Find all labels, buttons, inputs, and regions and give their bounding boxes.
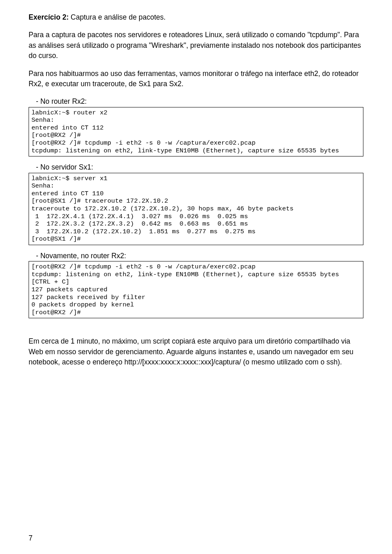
label-router-rx2: - No router Rx2:: [36, 96, 363, 107]
document-page: Exercício 2: Captura e análise de pacote…: [0, 0, 392, 554]
label-router-rx2-again: - Novamente, no router Rx2:: [36, 251, 363, 261]
spacer: [29, 324, 363, 336]
code-block-1: labnicX:~$ router x2 Senha: entered into…: [29, 107, 363, 157]
title-rest: Captura e análise de pacotes.: [69, 13, 165, 21]
title-bold: Exercício 2:: [29, 13, 69, 21]
paragraph-1: Para a captura de pacotes nos servidores…: [29, 30, 363, 61]
code-block-3: [root@RX2 /]# tcpdump -i eth2 -s 0 -w /c…: [29, 261, 363, 318]
code-block-2: labnicX:~$ server x1 Senha: entered into…: [29, 173, 363, 245]
page-number: 7: [29, 534, 33, 543]
exercise-title: Exercício 2: Captura e análise de pacote…: [29, 12, 363, 22]
paragraph-2: Para nos habituarmos ao uso das ferramen…: [29, 69, 363, 89]
paragraph-3: Em cerca de 1 minuto, no máximo, um scri…: [29, 336, 363, 367]
label-server-sx1: - No servidor Sx1:: [36, 162, 363, 172]
